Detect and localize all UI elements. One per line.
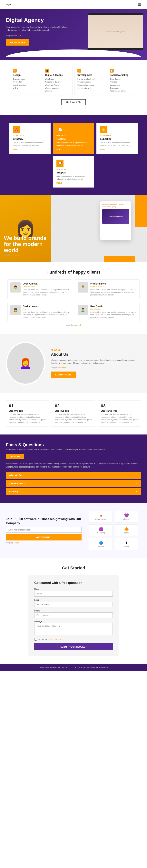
terms-link[interactable]: Terms of Service [48,639,61,641]
terms-label: I accept the Terms of Service [38,639,61,641]
design-studio-credit-link[interactable]: Freepik [13,254,19,256]
faq-accordion: What We Do ▼ Special Projects ▼ Branding… [6,472,141,495]
steps-grid: 01 Step One Title Duis aute irure dolor … [6,400,141,427]
strategy-more-link[interactable]: MORE [13,148,47,150]
step-card-1: 01 Step One Title Duis aute irure dolor … [6,400,49,427]
values-button-wrapper: OUR VALUES [6,99,141,105]
expertise-text: Duis aute irure dolor in reprehenderit i… [100,142,134,147]
phone-label: Phone [34,610,113,612]
service-card-digital: 📱 Digital & Mobile WordPress Responsive … [42,66,73,95]
digital-item-2: Responsive design [45,81,70,84]
accordion-item-2[interactable]: Special Projects ▼ [6,480,141,487]
service-card-development: ⚙ Development Front end & Back end Inter… [74,66,105,95]
support-more-link[interactable]: MORE [56,182,91,184]
company-logos-grid: 🔺 Rising Agency 💜 Influence 🟣 Marketing … [86,511,141,550]
strategy-title: Strategy [13,137,47,141]
dev-item-4: Symfony, Laravel [77,87,102,90]
expertise-card: ⭐ EXPERTISE Expertise Duis aute irure do… [96,123,138,154]
services-section: ✦ Design Graphic design Art direction Lo… [0,60,147,115]
about-photo: 👩‍🦰 [6,342,45,385]
eltrade-icon: ✦ [125,540,128,545]
design-studio-phone-mockup: We Are A Web Design Agency Award winning… [100,201,131,240]
service-card-social: 📊 Social Marketing Email Strategy Analyt… [107,66,137,95]
about-credit-link[interactable]: Freepik [60,367,66,369]
client-card-3: 👩 Sheila Larson Secretary Proin sed libe… [7,302,72,322]
rising-agency-icon: 🔺 [99,513,103,518]
step-num-1: 01 [9,403,46,408]
dev-item-1: Front end & Back end [77,78,102,81]
message-form-group: Message [34,620,113,636]
faq-subtitle: Mauris cursus mattis molestie a iaculis.… [6,448,141,451]
about-learn-more-button[interactable]: LEARN MORE [51,372,76,378]
phone-input[interactable] [34,613,113,618]
footer-text: cursor.cc © this is the last text. Try, … [6,666,141,669]
quotation-box: Get started with a free quotation Name E… [28,575,119,656]
about-section: 👩‍🦰 ABOUT US About Us Ultrices leo integ… [0,334,147,393]
digrate-icon: 🔶 [124,527,129,531]
dev-item-3: Magento, Wordpress [77,84,102,87]
phone-header-text: We Are A Web Design Agency [102,204,129,205]
hero-title: Digital Agency [6,17,69,24]
social-item-5: Reporting, Ad service [110,90,134,92]
terms-checkbox[interactable] [34,638,37,641]
client-avatar-1: 👨 [10,282,21,292]
client-avatar-4: 👨‍🦱 [78,305,88,315]
message-label: Message [34,620,113,623]
design-studio-title: We build brandsfor the modernworld [4,235,46,253]
faq-body-text: This is the last text. Click Again, or d… [6,462,141,468]
support-text: Duis aute irure dolor in reprehenderit i… [56,175,91,181]
social-icon: 📊 [110,69,114,72]
expertise-tag: EXPERTISE [100,135,134,137]
design-studio-section: 👩 We Are A Web Design Agency Award winni… [0,195,147,262]
company-get-started-button[interactable]: Get Started [6,534,81,540]
digital-item-4: Website upgrades [45,87,70,90]
support-title: Support [56,171,91,174]
client-name-1: Josh Almeda [23,282,69,285]
clients-credit-link[interactable]: Freepik [75,324,81,326]
results-icon: 📈 [56,126,64,133]
email-form-group: Email [34,599,113,607]
navbar: logo ☰ [0,0,147,9]
company-email-input[interactable] [6,527,81,533]
hamburger-menu-icon[interactable]: ☰ [138,2,141,7]
name-input[interactable] [34,591,113,597]
results-more-link[interactable]: MORE [56,148,91,150]
accordion-item-3[interactable]: Branding ▼ [6,488,141,495]
influence-name: Influence [123,518,130,520]
hero-credit: Image from Freepik [6,35,69,37]
faq-section: Facts & Questions Mauris cursus mattis m… [0,434,147,503]
accordion-arrow-1: ▼ [136,474,138,476]
expertise-more-link[interactable]: MORE [100,148,134,150]
step-card-3: 03 Step Three Title Duis aute irure dolo… [98,400,141,427]
company-credit-link[interactable]: Freepik [14,541,20,544]
client-avatar-3: 👩 [10,305,21,315]
results-text: Duis aute irure dolor in reprehenderit i… [56,142,91,147]
support-tag: SUPPORT [56,168,91,170]
step-text-2: Duis aute irure dolor in reprehenderit i… [55,413,92,424]
faq-about-button[interactable]: About Us [6,454,24,459]
clients-credit: Image from Freepik [6,324,141,326]
step-num-2: 02 [55,403,92,408]
social-item-2: Analytics [110,81,134,84]
client-role-3: Secretary [23,308,69,310]
client-name-2: Frank Klinney [90,282,137,285]
submit-button[interactable]: Submit your request [34,643,113,650]
clients-grid: 👨 Josh Almeda CFO Company Proin sed libe… [6,279,141,322]
hero-credit-link[interactable]: Freepik [15,35,21,37]
get-started-section: Get Started Get started with a free quot… [0,558,147,664]
social-item-3: Management [110,84,134,87]
company-inner: Join +1,000 software businesses growing … [6,511,141,550]
message-textarea[interactable] [34,623,113,635]
company-logo-2: 💜 Influence [115,511,138,523]
hero-laptop-image: the architect's guide [88,13,143,50]
design-item-3: Logo & branding [13,84,37,87]
design-item-4: UI & UX [13,87,37,90]
accordion-item-1[interactable]: What We Do ▼ [6,472,141,479]
results-tag: RESULTS [56,135,91,137]
company-logo-5: 🔷 Promote [89,538,113,550]
our-values-button[interactable]: OUR VALUES [62,99,85,105]
phone-form-group: Phone [34,610,113,618]
email-input[interactable] [34,602,113,607]
hero-read-more-button[interactable]: READ MORE [6,39,29,45]
development-icon: ⚙ [77,69,81,72]
